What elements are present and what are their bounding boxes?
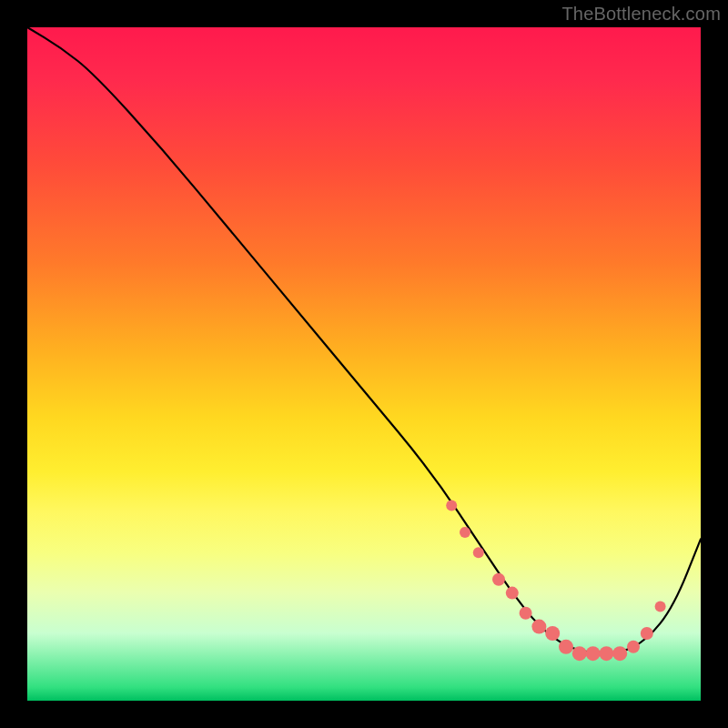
chart-overlay bbox=[27, 27, 701, 701]
chart-frame: TheBottleneck.com bbox=[0, 0, 728, 728]
curve-marker bbox=[531, 620, 546, 634]
watermark-text: TheBottleneck.com bbox=[561, 4, 721, 25]
chart-plot-area bbox=[27, 27, 701, 701]
curve-marker bbox=[641, 627, 653, 640]
curve-marker bbox=[473, 547, 484, 558]
curve-marker bbox=[492, 573, 505, 586]
marker-group bbox=[446, 500, 665, 661]
curve-marker bbox=[612, 646, 627, 661]
curve-marker bbox=[460, 527, 470, 538]
curve-marker bbox=[520, 607, 532, 620]
curve-marker bbox=[506, 587, 519, 600]
curve-marker bbox=[559, 640, 573, 654]
curve-marker bbox=[545, 626, 560, 641]
curve-marker bbox=[446, 500, 457, 511]
curve-marker bbox=[572, 646, 587, 661]
curve-marker bbox=[627, 641, 640, 653]
curve-marker bbox=[586, 646, 601, 661]
bottleneck-curve bbox=[27, 27, 701, 653]
curve-marker bbox=[599, 646, 613, 661]
curve-marker bbox=[655, 601, 666, 612]
